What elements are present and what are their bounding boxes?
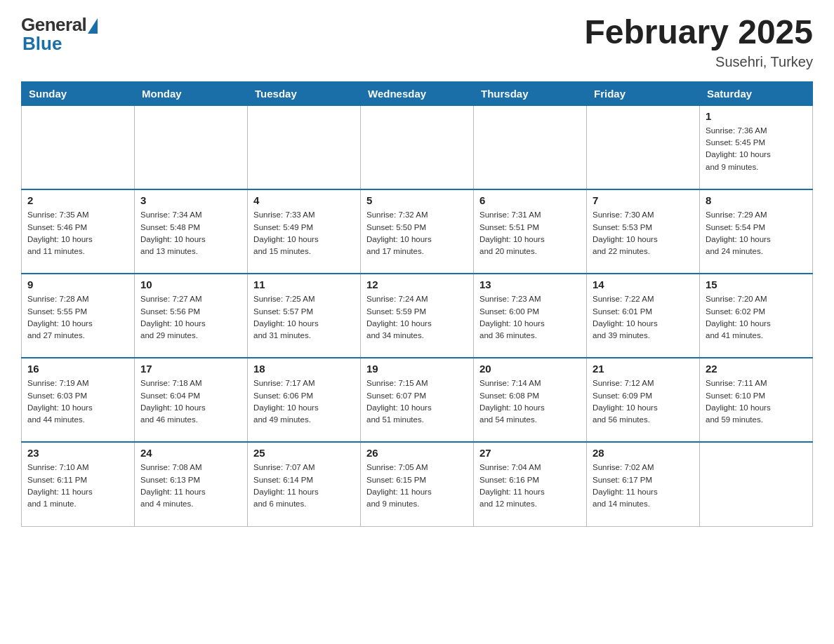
month-title: February 2025 <box>584 14 813 51</box>
title-area: February 2025 Susehri, Turkey <box>584 14 813 70</box>
day-info: Sunrise: 7:29 AM Sunset: 5:54 PM Dayligh… <box>706 209 807 257</box>
day-number: 6 <box>479 194 581 206</box>
calendar-cell: 8Sunrise: 7:29 AM Sunset: 5:54 PM Daylig… <box>700 189 813 274</box>
col-header-tuesday: Tuesday <box>248 81 361 105</box>
day-number: 9 <box>27 279 128 290</box>
day-number: 10 <box>140 279 241 290</box>
week-row-1: 1Sunrise: 7:36 AM Sunset: 5:45 PM Daylig… <box>22 105 813 189</box>
col-header-monday: Monday <box>135 81 248 105</box>
day-info: Sunrise: 7:36 AM Sunset: 5:45 PM Dayligh… <box>706 125 807 173</box>
calendar-cell: 10Sunrise: 7:27 AM Sunset: 5:56 PM Dayli… <box>135 274 248 358</box>
calendar-cell: 20Sunrise: 7:14 AM Sunset: 6:08 PM Dayli… <box>474 358 587 442</box>
day-number: 3 <box>140 194 241 206</box>
day-number: 25 <box>253 447 355 459</box>
week-row-3: 9Sunrise: 7:28 AM Sunset: 5:55 PM Daylig… <box>22 274 813 358</box>
calendar-cell: 24Sunrise: 7:08 AM Sunset: 6:13 PM Dayli… <box>135 442 248 526</box>
calendar-cell <box>248 105 361 189</box>
calendar-cell <box>361 105 474 189</box>
calendar-cell: 1Sunrise: 7:36 AM Sunset: 5:45 PM Daylig… <box>700 105 813 189</box>
calendar-cell: 17Sunrise: 7:18 AM Sunset: 6:04 PM Dayli… <box>135 358 248 442</box>
day-number: 8 <box>706 194 807 206</box>
page-header: General Blue February 2025 Susehri, Turk… <box>21 14 813 70</box>
calendar-cell: 11Sunrise: 7:25 AM Sunset: 5:57 PM Dayli… <box>248 274 361 358</box>
day-info: Sunrise: 7:12 AM Sunset: 6:09 PM Dayligh… <box>593 377 694 426</box>
col-header-wednesday: Wednesday <box>361 81 474 105</box>
calendar-cell <box>135 105 248 189</box>
day-info: Sunrise: 7:14 AM Sunset: 6:08 PM Dayligh… <box>479 377 581 426</box>
day-number: 27 <box>479 447 581 459</box>
calendar-cell: 27Sunrise: 7:04 AM Sunset: 6:16 PM Dayli… <box>474 442 587 526</box>
day-info: Sunrise: 7:18 AM Sunset: 6:04 PM Dayligh… <box>140 377 241 426</box>
calendar-cell: 14Sunrise: 7:22 AM Sunset: 6:01 PM Dayli… <box>587 274 700 358</box>
calendar-cell: 19Sunrise: 7:15 AM Sunset: 6:07 PM Dayli… <box>361 358 474 442</box>
day-number: 16 <box>27 363 128 375</box>
day-number: 22 <box>706 363 807 375</box>
calendar-cell: 16Sunrise: 7:19 AM Sunset: 6:03 PM Dayli… <box>22 358 135 442</box>
calendar-cell: 22Sunrise: 7:11 AM Sunset: 6:10 PM Dayli… <box>700 358 813 442</box>
day-info: Sunrise: 7:34 AM Sunset: 5:48 PM Dayligh… <box>140 209 241 257</box>
day-number: 11 <box>253 279 355 290</box>
day-number: 28 <box>593 447 694 459</box>
col-header-sunday: Sunday <box>22 81 135 105</box>
day-info: Sunrise: 7:11 AM Sunset: 6:10 PM Dayligh… <box>706 377 807 426</box>
day-info: Sunrise: 7:24 AM Sunset: 5:59 PM Dayligh… <box>366 293 468 342</box>
day-info: Sunrise: 7:19 AM Sunset: 6:03 PM Dayligh… <box>27 377 128 426</box>
day-number: 7 <box>593 194 694 206</box>
calendar-cell <box>587 105 700 189</box>
day-info: Sunrise: 7:28 AM Sunset: 5:55 PM Dayligh… <box>27 293 128 342</box>
day-number: 20 <box>479 363 581 375</box>
day-number: 26 <box>366 447 468 459</box>
calendar-cell <box>22 105 135 189</box>
day-info: Sunrise: 7:35 AM Sunset: 5:46 PM Dayligh… <box>27 209 128 257</box>
calendar-cell: 12Sunrise: 7:24 AM Sunset: 5:59 PM Dayli… <box>361 274 474 358</box>
col-header-friday: Friday <box>587 81 700 105</box>
calendar-cell: 15Sunrise: 7:20 AM Sunset: 6:02 PM Dayli… <box>700 274 813 358</box>
calendar-table: SundayMondayTuesdayWednesdayThursdayFrid… <box>21 81 813 527</box>
day-number: 12 <box>366 279 468 290</box>
day-info: Sunrise: 7:08 AM Sunset: 6:13 PM Dayligh… <box>140 462 241 510</box>
day-number: 4 <box>253 194 355 206</box>
calendar-cell: 4Sunrise: 7:33 AM Sunset: 5:49 PM Daylig… <box>248 189 361 274</box>
location-text: Susehri, Turkey <box>584 54 813 70</box>
day-number: 19 <box>366 363 468 375</box>
calendar-cell: 2Sunrise: 7:35 AM Sunset: 5:46 PM Daylig… <box>22 189 135 274</box>
day-info: Sunrise: 7:33 AM Sunset: 5:49 PM Dayligh… <box>253 209 355 257</box>
day-number: 18 <box>253 363 355 375</box>
week-row-4: 16Sunrise: 7:19 AM Sunset: 6:03 PM Dayli… <box>22 358 813 442</box>
calendar-cell: 9Sunrise: 7:28 AM Sunset: 5:55 PM Daylig… <box>22 274 135 358</box>
week-row-5: 23Sunrise: 7:10 AM Sunset: 6:11 PM Dayli… <box>22 442 813 526</box>
day-info: Sunrise: 7:02 AM Sunset: 6:17 PM Dayligh… <box>593 462 694 510</box>
day-number: 15 <box>706 279 807 290</box>
day-info: Sunrise: 7:17 AM Sunset: 6:06 PM Dayligh… <box>253 377 355 426</box>
day-info: Sunrise: 7:04 AM Sunset: 6:16 PM Dayligh… <box>479 462 581 510</box>
day-info: Sunrise: 7:05 AM Sunset: 6:15 PM Dayligh… <box>366 462 468 510</box>
day-info: Sunrise: 7:10 AM Sunset: 6:11 PM Dayligh… <box>27 462 128 510</box>
calendar-cell: 28Sunrise: 7:02 AM Sunset: 6:17 PM Dayli… <box>587 442 700 526</box>
day-number: 1 <box>706 110 807 122</box>
calendar-cell: 5Sunrise: 7:32 AM Sunset: 5:50 PM Daylig… <box>361 189 474 274</box>
day-info: Sunrise: 7:20 AM Sunset: 6:02 PM Dayligh… <box>706 293 807 342</box>
calendar-cell: 21Sunrise: 7:12 AM Sunset: 6:09 PM Dayli… <box>587 358 700 442</box>
day-info: Sunrise: 7:22 AM Sunset: 6:01 PM Dayligh… <box>593 293 694 342</box>
day-info: Sunrise: 7:25 AM Sunset: 5:57 PM Dayligh… <box>253 293 355 342</box>
calendar-cell: 6Sunrise: 7:31 AM Sunset: 5:51 PM Daylig… <box>474 189 587 274</box>
calendar-cell: 13Sunrise: 7:23 AM Sunset: 6:00 PM Dayli… <box>474 274 587 358</box>
day-info: Sunrise: 7:23 AM Sunset: 6:00 PM Dayligh… <box>479 293 581 342</box>
day-number: 13 <box>479 279 581 290</box>
calendar-cell: 25Sunrise: 7:07 AM Sunset: 6:14 PM Dayli… <box>248 442 361 526</box>
calendar-cell: 26Sunrise: 7:05 AM Sunset: 6:15 PM Dayli… <box>361 442 474 526</box>
day-number: 5 <box>366 194 468 206</box>
day-number: 17 <box>140 363 241 375</box>
day-info: Sunrise: 7:30 AM Sunset: 5:53 PM Dayligh… <box>593 209 694 257</box>
calendar-cell: 23Sunrise: 7:10 AM Sunset: 6:11 PM Dayli… <box>22 442 135 526</box>
day-number: 24 <box>140 447 241 459</box>
calendar-cell: 7Sunrise: 7:30 AM Sunset: 5:53 PM Daylig… <box>587 189 700 274</box>
day-info: Sunrise: 7:27 AM Sunset: 5:56 PM Dayligh… <box>140 293 241 342</box>
day-number: 23 <box>27 447 128 459</box>
day-info: Sunrise: 7:07 AM Sunset: 6:14 PM Dayligh… <box>253 462 355 510</box>
day-number: 21 <box>593 363 694 375</box>
logo-blue-text: Blue <box>22 33 62 55</box>
col-header-thursday: Thursday <box>474 81 587 105</box>
logo: General Blue <box>21 14 98 55</box>
day-info: Sunrise: 7:31 AM Sunset: 5:51 PM Dayligh… <box>479 209 581 257</box>
